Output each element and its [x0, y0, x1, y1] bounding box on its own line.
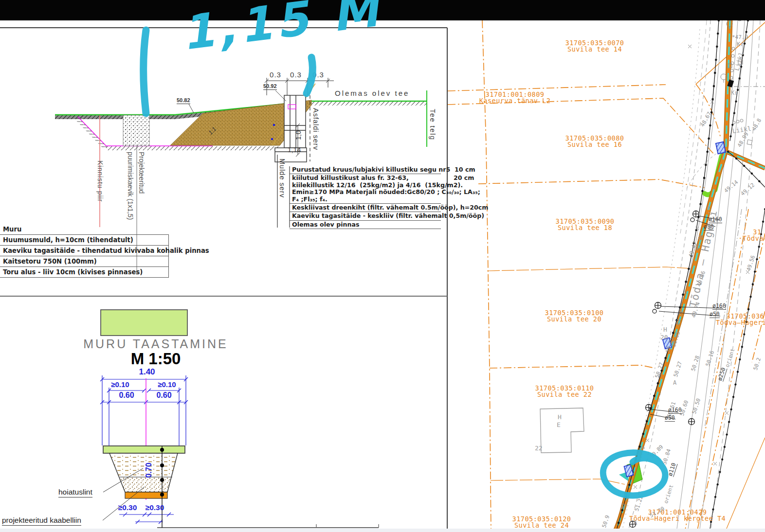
- cable-axis: [160, 446, 164, 528]
- parcel-label: 31705:035:0120Suvila tee 24: [512, 516, 571, 529]
- map-annotation: Kr: [737, 41, 744, 48]
- elevation-label: 48.67: [699, 111, 713, 128]
- parcel-label: 31705:035:0110Suvila tee 22: [535, 385, 594, 398]
- dim-010-left: ≥0.10: [105, 380, 135, 389]
- spec-line: F₄ ;Fl₃₅; f₄.: [292, 196, 441, 203]
- muru-title: MURU TAASTAMINE: [83, 337, 229, 351]
- parcel-number: 31705:035:0120: [512, 516, 571, 522]
- parcel-address: Suvila tee 14: [565, 46, 624, 53]
- survey-lines: [617, 20, 765, 532]
- spec-line: Olemas olev pinnas: [292, 221, 441, 228]
- pipe-diameter-label: ø160: [668, 407, 682, 414]
- elevation-5082: 50.82: [177, 97, 190, 104]
- cadastral-map: [0, 0, 765, 532]
- spec-table-row: Purustatud kruus/lubjakivi killustiku se…: [290, 166, 441, 174]
- elevation-label: 48.99: [736, 131, 750, 148]
- spec-table-row: Kaeviku tagasitäide - keskliiv (filtr. v…: [290, 212, 441, 220]
- elevation-label: 48.8: [751, 118, 763, 132]
- map-labels: 31705:035:0070Suvila tee 1431701:001:080…: [0, 0, 765, 532]
- parcel-address: Tõdva—Hageri ker: [716, 319, 765, 326]
- parcel-address: Suvila tee 22: [535, 391, 594, 398]
- elevation-label: 49.76: [674, 309, 686, 326]
- parcel-label: 31705:035:0090Suvila tee 18: [556, 218, 615, 231]
- spec-line: Kaeviku tagasitäide - keskliiv (filtr. v…: [292, 213, 441, 219]
- edge-dims: [296, 124, 300, 157]
- handwritten-annotation: 1,15 M: [179, 0, 385, 61]
- borehole-column: [123, 115, 149, 146]
- existing-road-label: Olemas olev tee: [335, 89, 409, 97]
- trench-slope-hatch: [75, 117, 107, 149]
- map-annotation: H: [558, 413, 562, 421]
- cable-line-label: projekteeritud kaabelliin: [2, 516, 81, 526]
- cable-markers: [624, 142, 726, 477]
- spec-line: Keskliivast dreenkiht (filtr. vähemalt 0…: [292, 204, 441, 211]
- elevation-label: 49.56: [746, 254, 757, 272]
- map-annotation: Liikl.: [732, 124, 756, 135]
- parcel-boundaries: [448, 20, 765, 532]
- road-edge-structure: [271, 95, 307, 162]
- survey-symbols: [634, 16, 752, 489]
- parcel-number: 31705:036:0: [716, 313, 765, 319]
- elevation-label: 50.51: [666, 401, 677, 418]
- parcel-label: 31705:035:0070Suvila tee 14: [565, 40, 624, 53]
- elevation-label: 50.27: [654, 361, 665, 379]
- elevation-label: 50.60: [679, 399, 690, 417]
- spec-line: Emin≥170 MPa Materjali nõuded:Gc80/20 ; …: [292, 189, 441, 195]
- ground-line: [55, 101, 427, 115]
- dim-140: 1.40: [131, 367, 163, 377]
- elevation-label: *47.9: [732, 34, 748, 40]
- pavement-spec-table: Purustatud kruus/lubjakivi killustiku se…: [290, 166, 441, 229]
- surface-band: [55, 102, 311, 119]
- dim-030-right: ≥0.30: [141, 503, 168, 512]
- elevation-label: 50.50: [691, 397, 702, 415]
- elevation-label: 50.05: [671, 330, 682, 348]
- dim-114: 1,14: [288, 146, 301, 154]
- embankment-edge-label: Mulde serv: [278, 159, 286, 198]
- map-annotation: A: [673, 379, 676, 386]
- layer-table-row: Muru: [0, 224, 169, 235]
- elevation-label: 50.28: [690, 355, 701, 372]
- building-outline: [540, 408, 584, 453]
- muru-dims: [100, 375, 188, 524]
- layer-table-row: Kaitsetoru 750N (100mm): [0, 256, 169, 267]
- parcel-number: 31701:001:0429: [629, 509, 726, 515]
- elevation-label: 50.16: [705, 350, 716, 367]
- map-annotation: H: [663, 326, 667, 333]
- marker-annotations: [0, 0, 765, 532]
- parcel-address: Suvila tee 16: [565, 142, 624, 148]
- embankment-fill: [170, 100, 311, 145]
- spec-table-row: Keskliivast dreenkiht (filtr. vähemalt 0…: [290, 204, 441, 212]
- sheet-border: [0, 28, 447, 529]
- parcel-address: Kaseurva tänav L2: [479, 98, 551, 104]
- grass-strip: [103, 446, 185, 453]
- dim-10: 1,0: [294, 128, 302, 142]
- elevation-label: 51.11: [620, 493, 631, 510]
- parcel-number: 31: [738, 229, 765, 235]
- dim-030-left: ≥0.30: [114, 503, 141, 512]
- dim-010-right: ≥0.10: [152, 380, 182, 389]
- elevation-label: 51.20: [649, 505, 666, 519]
- parcel-address: ·Tõdva—Ha: [738, 235, 765, 242]
- trench-layer-table: MuruHuumusmuld, h=10cm (tihendatult)Kaev…: [0, 224, 169, 278]
- marker-stroke-right: [307, 57, 312, 93]
- parcel-number: 31701:001:0809: [479, 91, 551, 98]
- property-line-label: Kinnistu piir: [96, 160, 104, 202]
- parcel-label: 31705:035:0100Suvila tee 20: [545, 310, 604, 322]
- backfill-lower: [109, 477, 178, 492]
- spec-line: kiilekillustik 12/16 (25kg/m2) ja 4/16 (…: [292, 182, 441, 189]
- pipe-diameter-label: ø250: [716, 367, 728, 382]
- map-annotation: orient: [724, 348, 736, 368]
- slope-projection-line: [273, 84, 315, 145]
- drawing-sheet: 31705:035:0070Suvila tee 1431701:001:080…: [0, 0, 765, 532]
- parcel-label: 31·Tõdva—Ha: [738, 229, 765, 242]
- ground-hatch-right: [311, 102, 427, 106]
- elevation-label: 49.47: [688, 241, 699, 258]
- dim-03-b: 0.3: [289, 71, 303, 79]
- spec-line: Purustatud kruus/lubjakivi killustiku se…: [292, 166, 441, 173]
- map-annotation: Liikl: [733, 51, 746, 71]
- leader-lines: [103, 468, 145, 520]
- elevation-label: 50.89: [649, 443, 665, 460]
- dim-03-c: 0.3: [310, 71, 326, 79]
- layer-table-row: Toru alus - liiv 10cm (kivises pinnases): [0, 267, 169, 278]
- parcel-number: 31705:035:0080: [565, 135, 624, 142]
